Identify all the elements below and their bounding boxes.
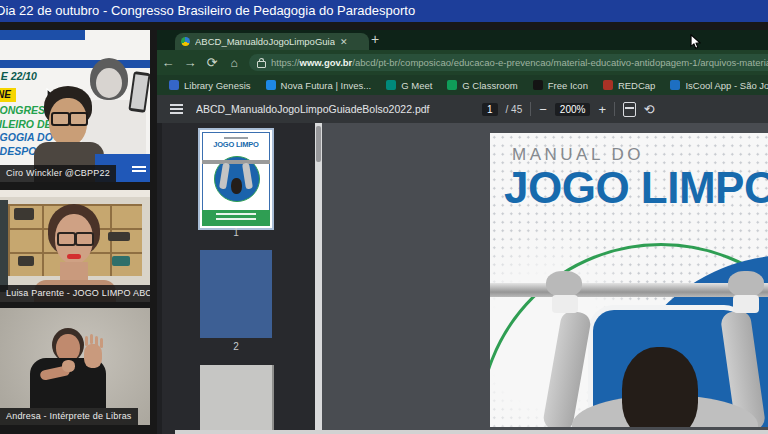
pdf-content-area: JOGO LIMPO 1 2: [157, 123, 768, 434]
pdf-cover-page: MANUAL DO JOGO LIMPO: [490, 133, 768, 427]
rotate-icon[interactable]: ⟳: [644, 102, 655, 117]
bookmark-icon: [603, 80, 613, 90]
thumbnail-label: 1: [200, 227, 272, 238]
room-ceiling: [0, 190, 150, 197]
divider: [530, 102, 531, 116]
cover-athlete-hand: [728, 271, 764, 297]
bookmarks-bar: Library Genesis Nova Futura | Inves... G…: [157, 75, 768, 95]
cursor-icon: [690, 34, 701, 50]
bookmark-iscool-app[interactable]: IsCool App - São Jo...: [670, 80, 768, 91]
bookmark-redcap[interactable]: REDCap: [603, 80, 656, 91]
bookmark-label: G Meet: [401, 80, 432, 91]
url-path: /abcd/pt-br/composicao/educacao-e-preven…: [352, 57, 768, 68]
browser-toolbar: ← → ⟳ ⌂ https://www.gov.br/abcd/pt-br/co…: [157, 50, 768, 75]
page-number-input[interactable]: 1: [482, 103, 498, 116]
bookmark-label: G Classroom: [462, 80, 517, 91]
sidebar-scrollbar[interactable]: [315, 123, 322, 434]
home-icon[interactable]: ⌂: [223, 56, 245, 70]
promo-date: 1 E 22/10: [0, 70, 60, 84]
interpreter-hand: [84, 344, 102, 368]
participant-caption: Luisa Parente - JOGO LIMPO ABCD: [0, 285, 150, 302]
close-icon[interactable]: ✕: [340, 37, 348, 47]
cover-wrist-wrap: [552, 295, 578, 313]
fit-page-icon[interactable]: [623, 102, 636, 117]
mini-cover-title: JOGO LIMPO: [200, 140, 272, 149]
cover-kicker: MANUAL DO: [512, 145, 644, 165]
lock-icon: [257, 61, 266, 68]
bookmark-icon: [266, 80, 276, 90]
pdf-filename: ABCD_ManualdoJogoLimpoGuiadeBolso2022.pd…: [196, 103, 446, 115]
bookmark-icon: [533, 80, 543, 90]
zoom-level[interactable]: 200%: [555, 103, 591, 116]
page-total: / 45: [506, 104, 523, 115]
url-domain: www.gov.br: [300, 57, 353, 68]
pdf-canvas: MANUAL DO JOGO LIMPO: [322, 123, 768, 434]
cover-athlete-head: [622, 347, 698, 427]
tab-strip: ABCD_ManualdoJogoLimpoGuia ✕ +: [157, 30, 768, 50]
video-title: Dia 22 de outubro - Congresso Brasileiro…: [0, 0, 415, 22]
slide-logo: [132, 164, 146, 174]
browser-tab[interactable]: ABCD_ManualdoJogoLimpoGuia ✕: [175, 33, 369, 50]
webcam-tile-ciro[interactable]: 1 E 22/10 NE CONGRESSO SILEIRO DE AGOGIA…: [0, 30, 150, 182]
page-url: https://www.gov.br/abcd/pt-br/composicao…: [271, 57, 768, 68]
divider: [614, 102, 615, 116]
phone-icon: [128, 71, 150, 113]
bookmark-free-icon[interactable]: Free Icon: [533, 80, 588, 91]
participant-caption: Andresa - Intérprete de Libras: [0, 408, 138, 425]
promo-badge: NE: [0, 88, 16, 103]
scrollbar-thumb[interactable]: [316, 126, 321, 162]
video-title-bar: Dia 22 de outubro - Congresso Brasileiro…: [0, 0, 768, 22]
tab-title: ABCD_ManualdoJogoLimpoGuia: [195, 36, 335, 47]
zoom-in-button[interactable]: +: [598, 102, 606, 117]
forward-icon[interactable]: →: [179, 55, 201, 70]
glasses-icon: [57, 232, 76, 246]
bookmark-g-classroom[interactable]: G Classroom: [447, 80, 517, 91]
slide-guest-photo: [84, 40, 150, 158]
pdf-favicon-icon: [181, 37, 190, 46]
horizontal-scrollbar[interactable]: [175, 430, 768, 434]
webcam-tile-luisa[interactable]: Luisa Parente - JOGO LIMPO ABCD: [0, 190, 150, 302]
reload-icon[interactable]: ⟳: [201, 55, 223, 70]
mini-cover-head: [231, 178, 242, 194]
bookmark-label: REDCap: [618, 80, 656, 91]
address-bar[interactable]: https://www.gov.br/abcd/pt-br/composicao…: [249, 54, 768, 71]
screen: Dia 22 de outubro - Congresso Brasileiro…: [0, 0, 768, 434]
bookmark-label: Free Icon: [548, 80, 588, 91]
bookmark-library-genesis[interactable]: Library Genesis: [169, 80, 251, 91]
slide-top-band: [0, 30, 85, 40]
bookmark-nova-futura[interactable]: Nova Futura | Inves...: [266, 80, 372, 91]
interpreter-fist: [62, 360, 75, 372]
bookmark-icon: [670, 80, 680, 90]
pdf-controls: 1 / 45 − 200% + ⟳: [482, 95, 655, 123]
new-tab-button[interactable]: +: [371, 31, 379, 47]
pdf-thumbnail-sidebar: JOGO LIMPO 1 2: [162, 123, 315, 434]
bookmark-icon: [169, 80, 179, 90]
browser-window: ABCD_ManualdoJogoLimpoGuia ✕ + ← → ⟳ ⌂ h…: [157, 30, 768, 434]
bookmark-icon: [386, 80, 396, 90]
menu-icon[interactable]: [170, 102, 183, 116]
mini-cover-bar: [202, 160, 270, 164]
webcam-tile-andresa[interactable]: Andresa - Intérprete de Libras: [0, 308, 150, 425]
bookmark-label: Nova Futura | Inves...: [281, 80, 372, 91]
room-side: [0, 200, 8, 292]
thumbnail-page-2[interactable]: [200, 250, 272, 338]
pdf-toolbar: ABCD_ManualdoJogoLimpoGuiadeBolso2022.pd…: [157, 95, 768, 123]
bookmark-label: IsCool App - São Jo...: [685, 80, 768, 91]
thumbnail-page-1[interactable]: JOGO LIMPO: [200, 130, 272, 228]
participant-lips: [67, 254, 81, 259]
mini-cover-kicker: [224, 137, 248, 139]
participant-caption: Ciro Winckler @CBPP22: [0, 165, 116, 182]
zoom-out-button[interactable]: −: [539, 102, 547, 117]
thumbnail-label: 2: [200, 341, 272, 352]
glasses-icon: [51, 112, 70, 126]
mini-cover-footer: [202, 210, 270, 226]
bookmark-label: Library Genesis: [184, 80, 251, 91]
back-icon[interactable]: ←: [157, 55, 179, 70]
glasses-icon: [69, 112, 88, 126]
cover-title: JOGO LIMPO: [504, 163, 768, 213]
thumbnail-page-3[interactable]: [200, 365, 274, 434]
bookmark-g-meet[interactable]: G Meet: [386, 80, 432, 91]
cover-barbell: [490, 283, 768, 297]
cover-wrist-wrap: [733, 295, 759, 313]
url-protocol: https://: [271, 57, 300, 68]
